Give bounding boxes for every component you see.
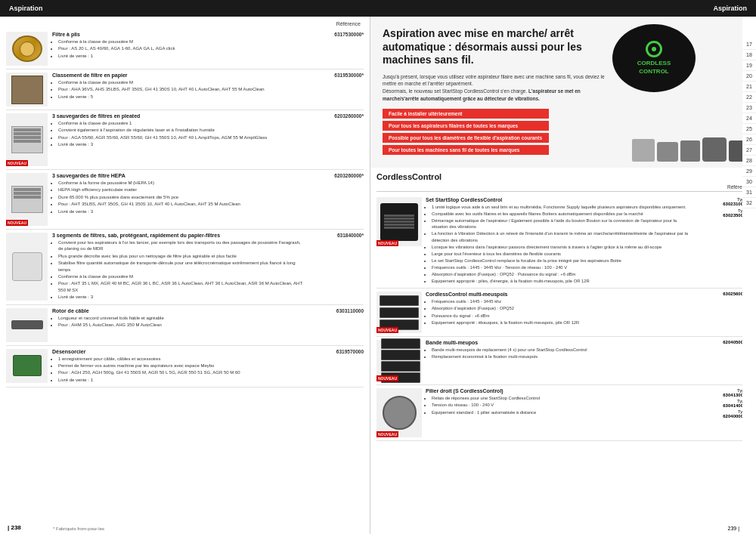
nouveau-badge: NOUVEAU [376, 240, 398, 246]
product-row: Désensorcier 1 enregistrement pour câble… [6, 346, 364, 388]
side-num-28: 28 [742, 156, 756, 166]
product-info: 3 sauvegardes de filtre HEPA Conforme à … [52, 173, 306, 226]
side-num-25: 25 [742, 124, 756, 134]
product-row: NOUVEAU 3 sauvegardes de filtres en plea… [6, 110, 364, 170]
cordless-dot-icon [652, 47, 656, 51]
product-title: Désensorcier [52, 349, 306, 354]
cable-row2-icon [381, 350, 420, 360]
product-ref: 6203260000* [311, 173, 364, 226]
product-title: Filtre à plis [52, 32, 306, 37]
right-product-ref: 6204050000* [693, 340, 750, 344]
product-ref: 6319530000* [311, 73, 364, 106]
product-ref: 6319570000 [311, 349, 364, 384]
right-product-info: Pilier droit (S CordlessControl) Relais … [426, 388, 689, 415]
right-product-ref: 6302560000* [693, 292, 750, 296]
right-product-info: CordlessControl multi-meuspois Fréquence… [426, 292, 689, 326]
product-desc: 1 enregistrement pour câble, câbles et a… [52, 356, 306, 384]
product-title: 3 sauvegardes de filtres en pleated [52, 113, 306, 119]
side-num-27: 27 [742, 145, 756, 156]
promo-feature-btn: Possible pour tous les diamètres de flex… [383, 133, 549, 143]
side-num-21: 21 [742, 82, 756, 92]
promo-feature-btn: Facile à installer ultérieurement [383, 109, 549, 119]
side-num-20: 20 [742, 71, 756, 82]
right-product-ref: Typ P: 6304130000* Typ B: 6304140000* Ty… [693, 388, 750, 418]
filter3-icon [11, 126, 43, 153]
right-product-image: NOUVEAU [376, 340, 422, 381]
section-title-right: CordlessControl [376, 172, 750, 181]
right-products-section: CordlessControl Référence [370, 168, 756, 534]
side-num-31: 31 [742, 187, 756, 198]
product-row: 3 segments de filtres, sab, protégeant, … [6, 230, 364, 305]
product-desc: Conforme à la classe de poussière M Pour… [52, 39, 306, 59]
page-wrapper: Aspiration Aspiration Référence Filtre à… [0, 0, 756, 534]
cable-row-icon [381, 338, 420, 349]
product-image: NOUVEAU [6, 113, 48, 166]
product-desc: Convient pour les aspirateurs à l'or les… [52, 239, 306, 301]
cable-box-icon [380, 295, 419, 306]
promo-title: Aspiration avec mise en marche/ arrêt au… [383, 27, 624, 67]
ref-header-right: Référence [376, 184, 750, 192]
filter2-icon [11, 76, 43, 104]
product-info: 3 segments de filtres, sab, protégeant, … [52, 233, 306, 301]
nouveau-badge: NOUVEAU [6, 160, 28, 166]
promo-feature-btn: Pour toutes les machines sans fil de tou… [383, 145, 549, 155]
product-image: NOUVEAU [6, 173, 48, 226]
right-product-info: Set StartStop CordlessControl 1 unité lo… [426, 197, 689, 285]
header: Aspiration Aspiration [0, 0, 756, 17]
product-info: 3 sauvegardes de filtres en pleated Conf… [52, 113, 306, 166]
right-product-ref: Typ P: 6302310000* Typ J: 6302350000* [693, 197, 750, 218]
nouveau-badge: NOUVEAU [6, 220, 28, 226]
right-product-image: NOUVEAU [376, 388, 422, 437]
right-product-title: CordlessControl multi-meuspois [426, 292, 689, 297]
right-product-image: NOUVEAU [376, 292, 422, 333]
ref-header-left: Référence [6, 21, 364, 26]
product-row: Filtre à plis Conforme à la classe de po… [6, 29, 364, 69]
product-image [6, 349, 48, 383]
left-column: Référence Filtre à plis Conforme à la cl… [0, 17, 370, 534]
promo-text: Jusqu'à présent, lorsque vous utilisez v… [383, 73, 617, 103]
product-image [6, 308, 48, 342]
box-icon [13, 355, 42, 376]
side-num-24: 24 [742, 113, 756, 124]
product-ref: 6303110000 [311, 308, 364, 342]
nouveau-badge: NOUVEAU [376, 327, 398, 333]
product-row: Classement de filtre en papier Conforme … [6, 69, 364, 110]
right-product-title: Set StartStop CordlessControl [426, 197, 689, 202]
right-product-row: NOUVEAU Set StartStop CordlessControl 1 … [376, 194, 750, 289]
product-info: Classement de filtre en papier Conforme … [52, 73, 306, 106]
product-image [6, 73, 48, 106]
product-desc: Conforme à la classe de poussière 1 Conv… [52, 120, 306, 148]
product-desc: Longueur et raccord universel bols fiabl… [52, 315, 306, 329]
side-num-32: 32 [742, 198, 756, 208]
right-product-row: NOUVEAU Pilier droit (S CordlessControl)… [376, 385, 750, 441]
page-number-right: 239 | [728, 526, 739, 531]
side-num-18: 18 [742, 50, 756, 60]
product-title: 3 segments de filtres, sab, protégeant, … [52, 233, 306, 238]
main-content: Référence Filtre à plis Conforme à la cl… [0, 17, 756, 534]
right-side-numbers: 17 18 19 20 21 22 23 24 25 26 27 28 29 3… [742, 17, 756, 534]
right-product-desc: 1 unité logique vous aide à un seul brin… [426, 204, 689, 284]
cordless-label: CORDLESS CONTROL [637, 60, 671, 76]
side-num-19: 19 [742, 60, 756, 71]
side-num-17: 17 [742, 39, 756, 50]
belt-icon [11, 320, 43, 329]
side-num-23: 23 [742, 103, 756, 113]
nouveau-badge: NOUVEAU [376, 431, 398, 437]
product-info: Rotor de câble Longueur et raccord unive… [52, 308, 306, 342]
machine-icon [657, 142, 678, 162]
promo-section: Aspiration avec mise en marche/ arrêt au… [370, 17, 756, 168]
right-product-desc: Relais de réponses pour une StartStop Co… [426, 395, 689, 415]
machine-icons [632, 137, 750, 162]
cordless-circle-icon [646, 41, 662, 57]
product-row: NOUVEAU 3 sauvegardes de filtre HEPA Con… [6, 170, 364, 230]
nouveau-badge: NOUVEAU [376, 375, 398, 381]
side-num-22: 22 [742, 92, 756, 103]
product-ref: 6317530000* [311, 32, 364, 66]
header-right-title: Aspiration [713, 5, 747, 12]
side-num-30: 30 [742, 177, 756, 187]
product-image [6, 233, 48, 301]
product-image [6, 32, 48, 66]
relay-icon [383, 396, 417, 430]
side-num-26: 26 [742, 134, 756, 145]
product-info: Filtre à plis Conforme à la classe de po… [52, 32, 306, 66]
